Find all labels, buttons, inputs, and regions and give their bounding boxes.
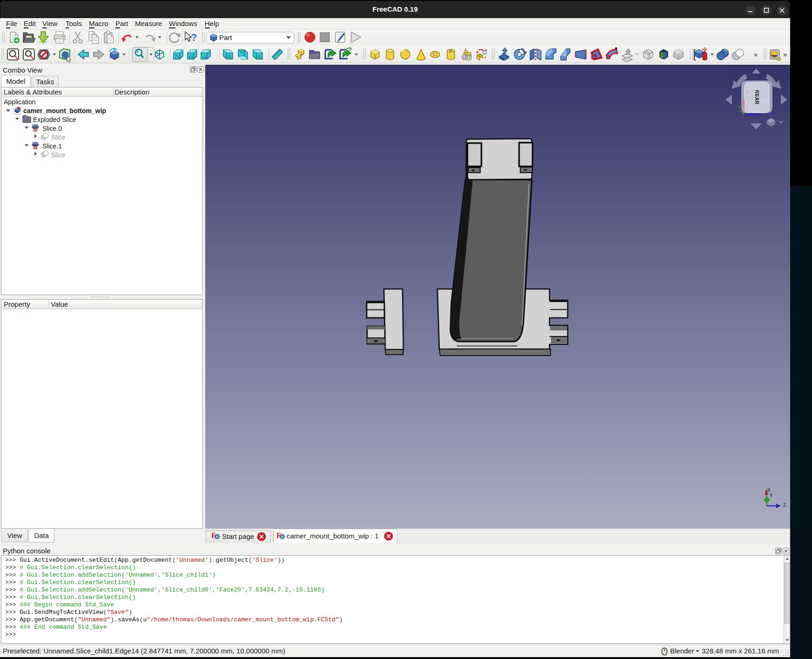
svg-text:REAR: REAR bbox=[754, 90, 760, 105]
svg-text:F: F bbox=[660, 51, 666, 61]
svg-text:Y: Y bbox=[738, 105, 741, 109]
svg-text:Part: Part bbox=[219, 34, 232, 41]
svg-text:X: X bbox=[767, 488, 771, 493]
svg-text:»: » bbox=[754, 50, 758, 58]
svg-text:Z: Z bbox=[783, 503, 786, 508]
svg-text:»: » bbox=[783, 50, 787, 58]
svg-text:Start page: Start page bbox=[222, 532, 254, 540]
svg-text:Z: Z bbox=[769, 112, 772, 116]
svg-text:X: X bbox=[746, 90, 749, 94]
svg-text:camer_mount_bottom_wip : 1: camer_mount_bottom_wip : 1 bbox=[287, 532, 379, 540]
svg-text:Y: Y bbox=[770, 493, 773, 498]
